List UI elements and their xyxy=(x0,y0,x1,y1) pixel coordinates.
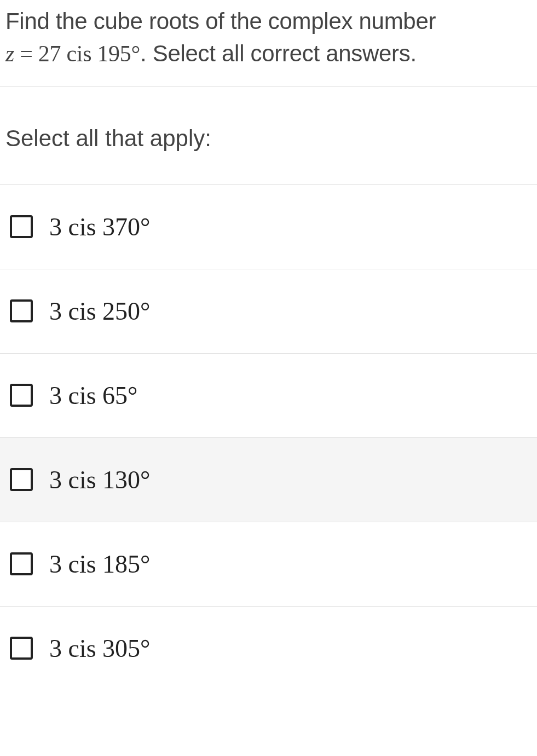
question-suffix: . Select all correct answers. xyxy=(140,41,417,66)
checkbox[interactable] xyxy=(10,299,33,322)
question-eq: = xyxy=(14,41,38,66)
answer-option[interactable]: 3 cis 370° xyxy=(0,185,537,269)
option-label: 3 cis 370° xyxy=(49,212,151,241)
question-text: Find the cube roots of the complex numbe… xyxy=(5,5,532,70)
answer-option[interactable]: 3 cis 65° xyxy=(0,354,537,438)
answer-option[interactable]: 3 cis 250° xyxy=(0,269,537,354)
answer-option[interactable]: 3 cis 130° xyxy=(0,438,537,522)
option-label: 3 cis 65° xyxy=(49,381,138,410)
checkbox[interactable] xyxy=(10,215,33,238)
option-label: 3 cis 130° xyxy=(49,465,151,494)
options-list: 3 cis 370°3 cis 250°3 cis 65°3 cis 130°3… xyxy=(0,185,537,674)
checkbox[interactable] xyxy=(10,384,33,407)
checkbox[interactable] xyxy=(10,468,33,491)
checkbox[interactable] xyxy=(10,637,33,660)
option-label: 3 cis 305° xyxy=(49,634,151,663)
option-label: 3 cis 185° xyxy=(49,550,151,579)
question-var: z xyxy=(5,41,14,66)
question-val: 27 cis 195° xyxy=(38,41,140,66)
instruction-block: Select all that apply: xyxy=(0,87,537,185)
answer-option[interactable]: 3 cis 185° xyxy=(0,522,537,607)
answer-option[interactable]: 3 cis 305° xyxy=(0,607,537,674)
option-label: 3 cis 250° xyxy=(49,297,151,326)
instruction-text: Select all that apply: xyxy=(5,125,532,152)
checkbox[interactable] xyxy=(10,552,33,575)
question-line1: Find the cube roots of the complex numbe… xyxy=(5,8,436,34)
question-block: Find the cube roots of the complex numbe… xyxy=(0,0,537,87)
